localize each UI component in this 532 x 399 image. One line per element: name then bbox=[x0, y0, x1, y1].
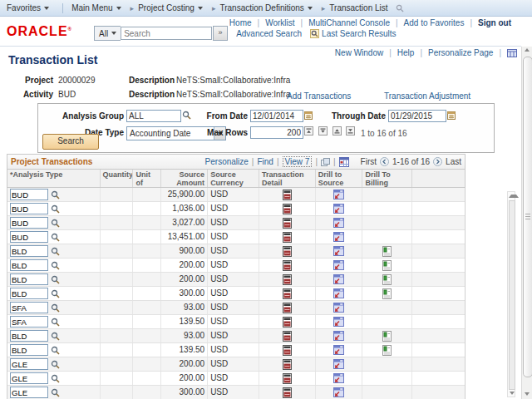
personalize-layout-icon[interactable] bbox=[507, 49, 517, 57]
page-scrollbar-thumb[interactable] bbox=[523, 57, 532, 377]
scroll-up-icon[interactable] bbox=[509, 195, 519, 198]
scroll-down-icon[interactable] bbox=[510, 392, 515, 395]
drill-to-source-icon[interactable] bbox=[333, 303, 344, 313]
first-label[interactable]: First bbox=[361, 157, 377, 166]
lookup-icon[interactable] bbox=[51, 318, 60, 327]
range-prev-button[interactable] bbox=[318, 126, 328, 135]
last-label[interactable]: Last bbox=[446, 157, 461, 166]
lookup-icon[interactable] bbox=[51, 289, 60, 298]
lookup-icon[interactable] bbox=[51, 374, 60, 383]
lookup-icon[interactable] bbox=[51, 388, 60, 397]
breadcrumb-transaction-definitions[interactable]: Transaction Definitions bbox=[219, 3, 312, 12]
transaction-detail-icon[interactable] bbox=[283, 288, 292, 299]
max-rows-input[interactable] bbox=[250, 126, 303, 139]
transaction-detail-icon[interactable] bbox=[283, 303, 292, 313]
transaction-detail-icon[interactable] bbox=[283, 232, 292, 243]
drill-to-source-icon[interactable] bbox=[333, 218, 344, 228]
personalize-page-link[interactable]: Personalize Page bbox=[428, 48, 493, 57]
transaction-detail-icon[interactable] bbox=[283, 387, 292, 398]
analysis-type-input[interactable] bbox=[10, 273, 48, 285]
lookup-icon[interactable] bbox=[51, 303, 60, 313]
drill-to-billing-icon[interactable] bbox=[382, 274, 392, 285]
transaction-detail-icon[interactable] bbox=[283, 204, 292, 214]
drill-to-source-icon[interactable] bbox=[333, 345, 344, 355]
analysis-type-input[interactable] bbox=[10, 316, 48, 328]
sign-out-link[interactable]: Sign out bbox=[478, 18, 511, 27]
last-search-results-link[interactable]: Last Search Results bbox=[322, 29, 397, 38]
transaction-detail-icon[interactable] bbox=[283, 190, 292, 200]
drill-to-source-icon[interactable] bbox=[333, 359, 344, 369]
lookup-icon[interactable] bbox=[51, 190, 60, 200]
search-input[interactable] bbox=[121, 27, 212, 40]
range-last-button[interactable] bbox=[346, 126, 355, 135]
drill-to-source-icon[interactable] bbox=[333, 204, 344, 214]
drill-to-billing-icon[interactable] bbox=[382, 246, 392, 257]
drill-to-billing-icon[interactable] bbox=[382, 288, 392, 299]
add-transactions-link[interactable]: Add Transactions bbox=[287, 91, 351, 101]
drill-to-source-icon[interactable] bbox=[333, 331, 344, 341]
transaction-detail-icon[interactable] bbox=[283, 274, 292, 285]
lookup-icon[interactable] bbox=[51, 346, 60, 355]
transaction-detail-icon[interactable] bbox=[283, 218, 292, 229]
analysis-type-input[interactable] bbox=[10, 344, 48, 356]
drill-to-source-icon[interactable] bbox=[333, 317, 344, 327]
lookup-icon[interactable] bbox=[51, 233, 60, 242]
page-scrollbar[interactable] bbox=[521, 47, 532, 399]
through-date-calendar-icon[interactable] bbox=[447, 111, 456, 120]
advanced-search-link[interactable]: Advanced Search bbox=[236, 29, 302, 38]
drill-to-source-icon[interactable] bbox=[333, 190, 344, 200]
lookup-icon[interactable] bbox=[51, 261, 60, 270]
view-all-link[interactable]: View 7 bbox=[283, 156, 313, 167]
analysis-type-input[interactable] bbox=[10, 231, 48, 243]
breadcrumb-favorites[interactable]: Favorites bbox=[7, 3, 49, 12]
analysis-type-input[interactable] bbox=[10, 245, 48, 257]
drill-to-source-icon[interactable] bbox=[333, 387, 344, 397]
search-button[interactable]: Search bbox=[42, 134, 99, 150]
help-link[interactable]: Help bbox=[397, 48, 415, 57]
analysis-type-input[interactable] bbox=[10, 387, 48, 398]
transaction-detail-icon[interactable] bbox=[283, 345, 292, 356]
scroll-up-icon[interactable] bbox=[525, 48, 530, 52]
personalize-link[interactable]: Personalize bbox=[205, 157, 249, 166]
drill-to-source-icon[interactable] bbox=[333, 246, 344, 256]
drill-to-source-icon[interactable] bbox=[333, 260, 344, 270]
next-page-icon[interactable] bbox=[433, 157, 442, 166]
transaction-detail-icon[interactable] bbox=[283, 260, 292, 271]
analysis-type-input[interactable] bbox=[10, 358, 48, 370]
analysis-type-input[interactable] bbox=[10, 259, 48, 271]
lookup-icon[interactable] bbox=[51, 360, 60, 369]
popup-window-icon[interactable] bbox=[321, 158, 330, 166]
drill-to-source-icon[interactable] bbox=[333, 373, 344, 383]
drill-to-source-icon[interactable] bbox=[333, 288, 344, 298]
scroll-down-icon[interactable] bbox=[525, 392, 530, 396]
find-link[interactable]: Find bbox=[257, 157, 273, 166]
from-date-input[interactable] bbox=[250, 110, 303, 122]
range-first-button[interactable] bbox=[304, 126, 313, 135]
drill-to-billing-icon[interactable] bbox=[382, 345, 392, 356]
breadcrumb-project-costing[interactable]: Project Costing bbox=[138, 3, 203, 12]
transaction-detail-icon[interactable] bbox=[283, 359, 292, 370]
lookup-icon[interactable] bbox=[51, 247, 60, 256]
range-next-button[interactable] bbox=[332, 126, 342, 135]
search-go-button[interactable]: » bbox=[213, 26, 228, 41]
download-grid-icon[interactable] bbox=[339, 157, 349, 167]
drill-to-billing-icon[interactable] bbox=[382, 331, 392, 342]
new-window-link[interactable]: New Window bbox=[335, 48, 383, 57]
analysis-type-input[interactable] bbox=[10, 330, 48, 342]
analysis-type-input[interactable] bbox=[10, 189, 48, 200]
transaction-detail-icon[interactable] bbox=[283, 373, 292, 384]
breadcrumb-main-menu[interactable]: Main Menu bbox=[71, 3, 121, 12]
through-date-input[interactable] bbox=[388, 110, 446, 122]
lookup-icon[interactable] bbox=[51, 275, 60, 284]
analysis-type-input[interactable] bbox=[10, 372, 48, 384]
analysis-type-input[interactable] bbox=[10, 203, 48, 214]
grid-scrollbar[interactable] bbox=[507, 191, 515, 397]
lookup-icon[interactable] bbox=[51, 332, 60, 341]
previous-page-icon[interactable] bbox=[380, 157, 389, 166]
drill-to-source-icon[interactable] bbox=[333, 232, 344, 242]
transaction-adjustment-link[interactable]: Transaction Adjustment bbox=[384, 91, 470, 101]
lookup-icon[interactable] bbox=[51, 204, 60, 214]
drill-to-source-icon[interactable] bbox=[333, 274, 344, 284]
transaction-detail-icon[interactable] bbox=[283, 246, 292, 257]
grid-scrollbar-thumb[interactable] bbox=[509, 200, 515, 390]
